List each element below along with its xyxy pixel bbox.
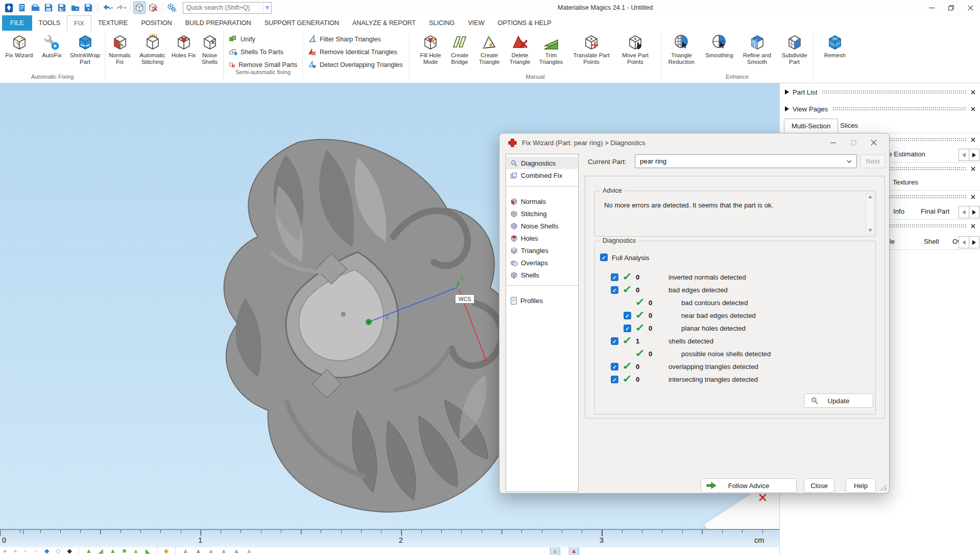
save-project-icon[interactable] <box>82 2 94 14</box>
quick-search-input[interactable] <box>183 4 263 11</box>
pentagon-icon[interactable]: ◇ <box>56 547 60 555</box>
current-part-dropdown[interactable]: pear ring <box>635 154 857 168</box>
dialog-minimize-button[interactable] <box>823 133 843 152</box>
close-panel-icon[interactable] <box>971 167 975 171</box>
nav-item-shells[interactable]: Shells <box>507 269 578 281</box>
normals-fix-button[interactable]: Normals Fix <box>106 32 134 65</box>
filter-sharp-triangles-button[interactable]: Filter Sharp Triangles <box>308 35 404 43</box>
row-checkbox[interactable] <box>611 363 618 371</box>
close-button[interactable] <box>961 0 980 15</box>
close-page-icon[interactable] <box>759 494 767 501</box>
view-cube-icon[interactable] <box>133 2 146 14</box>
delete-triangle-button[interactable]: Delete Triangle <box>505 32 535 65</box>
restore-button[interactable] <box>941 0 961 15</box>
tab-shell[interactable]: Shell <box>924 238 939 245</box>
tab-support-generation[interactable]: SUPPORT GENERATION <box>258 15 346 31</box>
part-list-header[interactable]: Part List <box>780 85 980 99</box>
peak-icon[interactable]: ▲ <box>195 547 201 555</box>
flag-icon[interactable]: ◣ <box>146 547 150 555</box>
ellipse-icon[interactable]: ● <box>3 547 7 555</box>
nav-item-triangles[interactable]: Triangles <box>507 244 578 257</box>
automatic-stitching-button[interactable]: Automatic Stitching <box>134 32 171 65</box>
tab-slices[interactable]: Slices <box>840 122 858 129</box>
tab-multi-section[interactable]: Multi-Section <box>784 119 838 133</box>
tab-texture[interactable]: TEXTURE <box>91 15 135 31</box>
move-part-points-button[interactable]: Move Part Points <box>616 32 655 65</box>
row-checkbox[interactable] <box>624 312 631 319</box>
open-file-icon[interactable] <box>29 2 41 14</box>
close-panel-icon[interactable] <box>971 137 975 142</box>
undo-icon[interactable]: ▾ <box>101 2 113 14</box>
tab-options-help[interactable]: OPTIONS & HELP <box>491 15 558 31</box>
shrinkwrap-part-button[interactable]: ShrinkWrap Part <box>66 32 105 65</box>
view-pages-header[interactable]: View Pages <box>780 102 980 116</box>
peak-icon[interactable]: ▲ <box>233 547 240 555</box>
scroll-up-icon[interactable] <box>868 195 872 198</box>
undo-dropdown-icon[interactable]: ▾ <box>111 6 113 10</box>
remove-identical-triangles-button[interactable]: Remove Identical Triangles <box>308 48 404 56</box>
nav-item-profiles[interactable]: Profiles <box>507 294 578 307</box>
circle-icon[interactable]: ● <box>34 547 38 555</box>
tab-final-part[interactable]: Final Part <box>921 207 949 215</box>
settings-gears-icon[interactable] <box>165 2 178 14</box>
diamond-orange-icon[interactable]: ◆ <box>164 547 169 555</box>
remove-small-parts-button[interactable]: Remove Small Parts <box>229 60 297 69</box>
cube-icon[interactable]: ◆ <box>44 547 49 555</box>
support-triangle-icon[interactable]: ▲ <box>550 547 560 555</box>
detect-overlapping-triangles-button[interactable]: Detect Overlapping Triangles <box>308 60 404 69</box>
peak-icon[interactable]: ▲ <box>208 547 214 555</box>
help-button[interactable]: Help <box>846 478 876 493</box>
triangle-icon[interactable]: ◢ <box>99 547 103 555</box>
tab-build-preparation[interactable]: BUILD PREPARATION <box>179 15 258 31</box>
advice-scrollbar[interactable] <box>866 193 874 234</box>
scroll-right-icon[interactable] <box>969 206 979 218</box>
nav-item-combined-fix[interactable]: Combined Fix <box>507 169 578 181</box>
nav-item-diagnostics[interactable]: Diagnostics <box>507 157 578 169</box>
autofix-button[interactable]: AutoFix <box>38 32 66 59</box>
triangle-icon[interactable]: ▲ <box>86 547 92 555</box>
scroll-left-icon[interactable] <box>959 149 969 161</box>
clear-scene-icon[interactable] <box>147 2 159 14</box>
follow-advice-button[interactable]: Follow Advice <box>701 478 797 493</box>
smoothing-button[interactable]: Smoothing <box>701 32 738 59</box>
circle-icon[interactable]: ● <box>24 547 28 555</box>
full-analysis-checkbox[interactable] <box>600 253 608 261</box>
expand-arrow-icon[interactable] <box>785 106 789 111</box>
peak-icon[interactable]: ▲ <box>246 547 252 555</box>
scroll-left-icon[interactable] <box>959 236 969 248</box>
new-file-icon[interactable] <box>16 2 28 14</box>
shells-to-parts-button[interactable]: Shells To Parts <box>229 48 297 56</box>
create-triangle-button[interactable]: Create Triangle <box>474 32 505 65</box>
scroll-right-icon[interactable] <box>969 236 979 248</box>
redo-icon[interactable]: ▾ <box>114 2 127 14</box>
scroll-right-icon[interactable] <box>969 149 979 161</box>
row-checkbox[interactable] <box>611 376 618 383</box>
tab-view[interactable]: VIEW <box>461 15 491 31</box>
fix-wizard-button[interactable]: Fix Wizard <box>1 32 38 59</box>
unify-button[interactable]: Unify <box>229 35 297 43</box>
save-icon[interactable] <box>42 2 55 14</box>
dialog-maximize-button[interactable] <box>843 133 864 152</box>
update-button[interactable]: Update <box>804 394 873 408</box>
triangle-reduction-button[interactable]: Triangle Reduction <box>662 32 701 65</box>
close-panel-icon[interactable] <box>971 224 975 228</box>
load-project-icon[interactable] <box>69 2 81 14</box>
nav-item-noise-shells[interactable]: Noise Shells <box>507 220 578 232</box>
tab-info[interactable]: Info <box>893 207 904 215</box>
tab-slicing[interactable]: SLICING <box>422 15 461 31</box>
app-logo-icon[interactable] <box>3 2 15 14</box>
scroll-left-icon[interactable] <box>959 206 969 218</box>
tab-fix[interactable]: FIX <box>67 15 91 31</box>
tab-position[interactable]: POSITION <box>134 15 178 31</box>
pentagon-dark-icon[interactable]: ◆ <box>67 547 71 555</box>
close-panel-icon[interactable] <box>971 107 975 111</box>
refine-and-smooth-button[interactable]: Refine and Smooth <box>738 32 777 65</box>
tab-file[interactable]: FILE <box>2 15 32 31</box>
close-panel-icon[interactable] <box>971 90 975 95</box>
nav-item-overlaps[interactable]: Overlaps <box>507 257 578 269</box>
holes-fix-button[interactable]: Holes Fix <box>171 32 197 59</box>
tab-textures[interactable]: Textures <box>893 178 918 186</box>
resize-grip[interactable] <box>879 483 887 491</box>
nav-item-normals[interactable]: Normals <box>507 195 578 207</box>
minimize-button[interactable] <box>922 0 941 15</box>
